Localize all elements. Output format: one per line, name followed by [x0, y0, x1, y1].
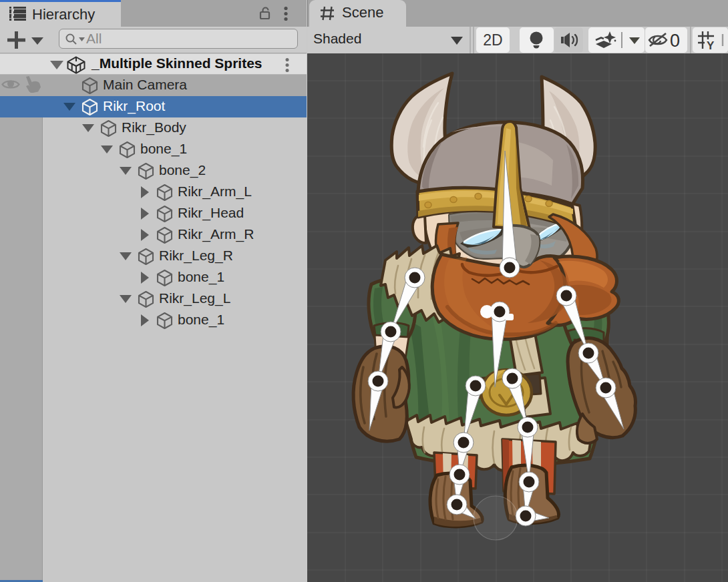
svg-text:0: 0 — [670, 31, 680, 51]
svg-text:Y: Y — [707, 39, 715, 52]
